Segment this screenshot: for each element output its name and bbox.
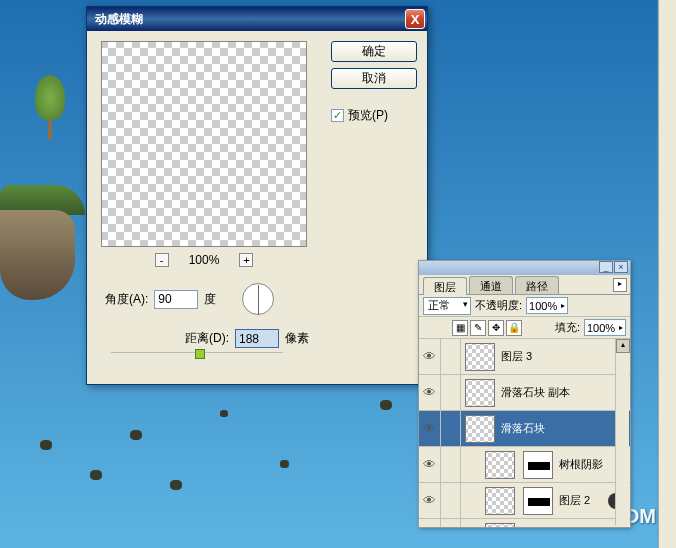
lock-all-icon[interactable]: 🔒 [506, 320, 522, 336]
tree [30, 70, 70, 140]
ok-button[interactable]: 确定 [331, 41, 417, 62]
layer-row[interactable]: 👁图层 1ƒ [419, 519, 630, 527]
layer-row[interactable]: 👁滑落石块 [419, 411, 630, 447]
layer-thumbnail[interactable] [465, 379, 495, 407]
visibility-toggle[interactable]: 👁 [419, 411, 441, 447]
distance-input[interactable] [235, 329, 279, 348]
opacity-input[interactable]: 100% [526, 297, 568, 314]
tab-channels[interactable]: 通道 [469, 276, 513, 294]
layer-row[interactable]: 👁滑落石块 副本 [419, 375, 630, 411]
layer-thumbnail[interactable] [485, 487, 515, 515]
zoom-out-button[interactable]: - [155, 253, 169, 267]
layer-thumbnail[interactable] [485, 451, 515, 479]
layer-row[interactable]: 👁树根阴影 [419, 447, 630, 483]
layer-name[interactable]: 滑落石块 副本 [499, 385, 630, 400]
layers-scrollbar[interactable]: ▴ [615, 339, 629, 525]
fill-input[interactable]: 100% [584, 319, 626, 336]
lock-pixels-icon[interactable]: ✎ [470, 320, 486, 336]
close-button[interactable]: X [405, 9, 425, 29]
tab-paths[interactable]: 路径 [515, 276, 559, 294]
link-cell[interactable] [441, 519, 461, 528]
layer-name[interactable]: 图层 3 [499, 349, 630, 364]
floating-island [0, 130, 90, 300]
panel-menu-button[interactable]: ▸ [613, 278, 627, 292]
layer-thumbnail[interactable] [485, 523, 515, 528]
panel-close-button[interactable]: × [614, 261, 628, 273]
falling-debris [40, 400, 440, 540]
link-cell[interactable] [441, 411, 461, 447]
layers-panel: _ × 图层 通道 路径 ▸ 正常 不透明度: 100% 锁定: ▦ ✎ ✥ 🔒… [418, 260, 631, 528]
visibility-toggle[interactable]: 👁 [419, 483, 441, 519]
layer-mask-thumbnail[interactable] [523, 451, 553, 479]
visibility-toggle[interactable]: 👁 [419, 375, 441, 411]
opacity-label: 不透明度: [475, 298, 522, 313]
distance-label: 距离(D): [185, 330, 229, 347]
angle-dial[interactable] [242, 283, 274, 315]
lock-transparency-icon[interactable]: ▦ [452, 320, 468, 336]
lock-icons: ▦ ✎ ✥ 🔒 [452, 320, 522, 336]
filter-preview[interactable] [101, 41, 307, 247]
visibility-toggle[interactable]: 👁 [419, 339, 441, 375]
layer-mask-thumbnail[interactable] [523, 487, 553, 515]
preview-label: 预览(P) [348, 107, 388, 124]
distance-slider[interactable] [111, 352, 283, 368]
motion-blur-dialog: 动感模糊 X - 100% + 角度(A): 度 距离(D): 像素 确定 取消… [86, 6, 428, 385]
visibility-toggle[interactable]: 👁 [419, 447, 441, 483]
layer-row[interactable]: 👁图层 2ƒ [419, 483, 630, 519]
link-cell[interactable] [441, 375, 461, 411]
panel-window-bar: _ × [419, 261, 630, 275]
dialog-title: 动感模糊 [95, 11, 405, 28]
zoom-in-button[interactable]: + [239, 253, 253, 267]
zoom-level: 100% [189, 253, 220, 267]
visibility-toggle[interactable]: 👁 [419, 519, 441, 528]
link-cell[interactable] [441, 447, 461, 483]
layer-name[interactable]: 滑落石块 [499, 421, 630, 436]
layer-thumbnail[interactable] [465, 415, 495, 443]
angle-input[interactable] [154, 290, 198, 309]
distance-unit: 像素 [285, 330, 309, 347]
layer-thumbnail[interactable] [465, 343, 495, 371]
right-gutter [658, 0, 676, 548]
preview-checkbox[interactable]: ✓ [331, 109, 344, 122]
layer-name[interactable]: 图层 2 [557, 493, 608, 508]
link-cell[interactable] [441, 483, 461, 519]
angle-unit: 度 [204, 291, 216, 308]
layer-row[interactable]: 👁图层 3 [419, 339, 630, 375]
lock-position-icon[interactable]: ✥ [488, 320, 504, 336]
dialog-titlebar[interactable]: 动感模糊 X [87, 7, 427, 31]
cancel-button[interactable]: 取消 [331, 68, 417, 89]
fill-label: 填充: [555, 320, 580, 335]
angle-label: 角度(A): [105, 291, 148, 308]
layer-list: 👁图层 3👁滑落石块 副本👁滑落石块👁树根阴影👁图层 2ƒ👁图层 1ƒ [419, 339, 630, 527]
panel-tabs: 图层 通道 路径 ▸ [419, 275, 630, 295]
blend-mode-select[interactable]: 正常 [423, 297, 471, 315]
panel-minimize-button[interactable]: _ [599, 261, 613, 273]
tab-layers[interactable]: 图层 [423, 277, 467, 295]
link-cell[interactable] [441, 339, 461, 375]
